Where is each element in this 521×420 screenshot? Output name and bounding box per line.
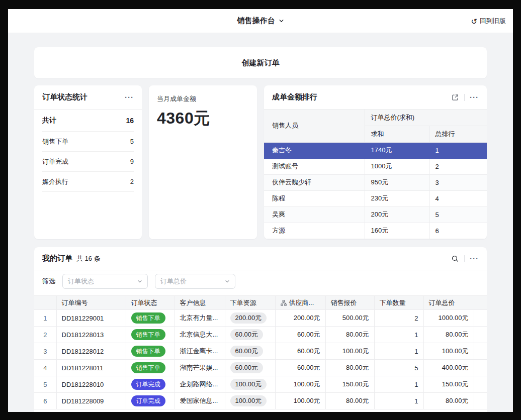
resource-tag: 100.00元 (230, 379, 267, 390)
order-total: 400.00元 (423, 360, 474, 376)
chevron-down-icon (225, 279, 230, 284)
more-icon[interactable]: ··· (470, 93, 479, 101)
page-title: 销售操作台 (237, 16, 275, 26)
order-qty: 1 (374, 343, 423, 360)
supplier-price: 60.00元 (275, 343, 325, 360)
filter-select-order-total[interactable]: 订单总价 (155, 274, 235, 289)
ranking-col-sum: 求和 (365, 126, 429, 142)
order-qty: 1 (374, 393, 423, 409)
order-row[interactable]: 5 DD181228010 订单完成 企划路网络... 100.00元 100.… (34, 376, 487, 393)
status-row[interactable]: 订单完成 9 (42, 152, 134, 172)
sales-quote: 150.00元 (325, 376, 374, 393)
status-row-total[interactable]: 共计 16 (42, 110, 134, 132)
person-name: 吴爽 (264, 206, 365, 223)
status-value: 2 (130, 178, 134, 185)
supplier-price: 100.00元 (275, 393, 325, 409)
supplier-price: 100.00元 (275, 376, 325, 393)
sales-quote: 500.00元 (325, 310, 374, 327)
status-row[interactable]: 媒介执行 2 (42, 172, 134, 192)
order-total: 80.00元 (423, 393, 474, 409)
export-icon[interactable] (451, 93, 459, 101)
orders-table: 订单编号 订单状态 客户信息 下单资源 供应商... (34, 295, 487, 409)
sum-value: 230元 (365, 190, 429, 206)
order-total: 150.00元 (423, 376, 474, 393)
order-row[interactable]: 4 DD181228011 销售下单 湖南芒果娱... 60.00元 60.00… (34, 360, 487, 376)
divider (464, 255, 465, 262)
resource-tag: 60.00元 (230, 329, 264, 341)
filter-select-order-status[interactable]: 订单状态 (62, 274, 148, 289)
order-qty: 1 (374, 327, 423, 343)
search-icon[interactable] (451, 255, 459, 263)
customer-info: 浙江金鹰卡... (175, 343, 225, 360)
supplier-price: 60.00元 (275, 327, 325, 343)
sum-value: 200元 (365, 206, 429, 223)
ranking-col-rank: 总排行 (429, 126, 487, 142)
filter-total-placeholder: 订单总价 (160, 277, 187, 286)
ranking-row[interactable]: 秦吉冬 1740元 1 (264, 142, 487, 158)
top-bar: 销售操作台 ↺ 回到旧版 (8, 9, 513, 33)
orders-count: 共 16 条 (76, 254, 101, 263)
app-window: 销售操作台 ↺ 回到旧版 创建新订单 订单状态统计 ··· (8, 9, 513, 412)
monthly-amount-card: 当月成单金额 4360元 (149, 85, 257, 239)
create-order-label: 创建新订单 (242, 58, 280, 68)
status-row[interactable]: 销售下单 5 (42, 132, 134, 152)
status-value: 9 (130, 158, 134, 165)
order-row[interactable]: 3 DD181228012 销售下单 浙江金鹰卡... 60.00元 60.00… (34, 343, 487, 360)
status-label: 媒介执行 (42, 177, 68, 186)
row-number: 4 (34, 360, 56, 376)
status-badge: 销售下单 (131, 312, 165, 324)
more-icon[interactable]: ··· (470, 255, 479, 262)
status-value: 16 (126, 117, 134, 125)
relation-icon (281, 300, 287, 306)
extra-cell (474, 376, 487, 393)
back-to-old-version-link[interactable]: ↺ 回到旧版 (471, 9, 506, 33)
status-badge: 销售下单 (131, 362, 165, 373)
order-total: 100.00元 (423, 343, 474, 360)
order-no: DD181228011 (56, 360, 126, 376)
extra-cell (474, 327, 487, 343)
person-name: 陈程 (264, 190, 365, 206)
ranking-row[interactable]: 吴爽 200元 5 (264, 206, 487, 223)
rank-value: 3 (429, 174, 487, 190)
ranking-row[interactable]: 测试账号 1000元 2 (264, 158, 487, 174)
chevron-down-icon (137, 279, 142, 284)
ranking-col-group: 订单总价(求和) (365, 110, 487, 126)
status-badge: 订单完成 (131, 395, 165, 406)
rank-value: 4 (429, 190, 487, 206)
more-icon[interactable]: ··· (125, 93, 134, 101)
row-number: 3 (34, 343, 56, 360)
extra-cell (474, 360, 487, 376)
ranking-row[interactable]: 方源 160元 6 (264, 223, 487, 239)
order-row[interactable]: 6 DD181228009 订单完成 爱国家信息... 100.00元 100.… (34, 393, 487, 409)
sum-value: 1000元 (365, 158, 429, 174)
ranking-card-title: 成单金额排行 (272, 92, 317, 102)
rank-value: 2 (429, 158, 487, 174)
sum-value: 160元 (365, 223, 429, 239)
divider (464, 94, 465, 101)
supplier-price: 60.00元 (275, 360, 325, 376)
order-row[interactable]: 2 DD181228013 销售下单 北京信息大... 60.00元 60.00… (34, 327, 487, 343)
order-qty: 2 (374, 310, 423, 327)
create-order-button[interactable]: 创建新订单 (34, 47, 487, 78)
ranking-row[interactable]: 伙伴云魏少轩 950元 3 (264, 174, 487, 190)
rank-value: 1 (429, 142, 487, 158)
order-row[interactable]: 1 DD181229001 销售下单 北京有力量... 200.00元 200.… (34, 310, 487, 327)
chevron-down-icon (279, 18, 284, 24)
workspace-switcher[interactable]: 销售操作台 (237, 16, 284, 26)
monthly-amount-value: 4360元 (157, 108, 249, 130)
col-supplier: 供应商... (275, 296, 325, 310)
sales-quote: 80.00元 (325, 393, 374, 409)
customer-info: 北京有力量... (175, 310, 225, 327)
col-supplier-label: 供应商... (289, 298, 314, 307)
my-orders-card: 我的订单 共 16 条 ··· 筛选 订单状态 (34, 247, 487, 412)
ranking-row[interactable]: 陈程 230元 4 (264, 190, 487, 206)
col-order-no: 订单编号 (56, 296, 126, 310)
extra-cell (474, 393, 487, 409)
order-no: DD181228009 (56, 393, 126, 409)
order-qty: 1 (374, 376, 423, 393)
order-no: DD181228013 (56, 327, 126, 343)
rank-value: 6 (429, 223, 487, 239)
row-number: 2 (34, 327, 56, 343)
back-to-old-version-label: 回到旧版 (480, 17, 506, 26)
customer-info: 企划路网络... (175, 376, 225, 393)
